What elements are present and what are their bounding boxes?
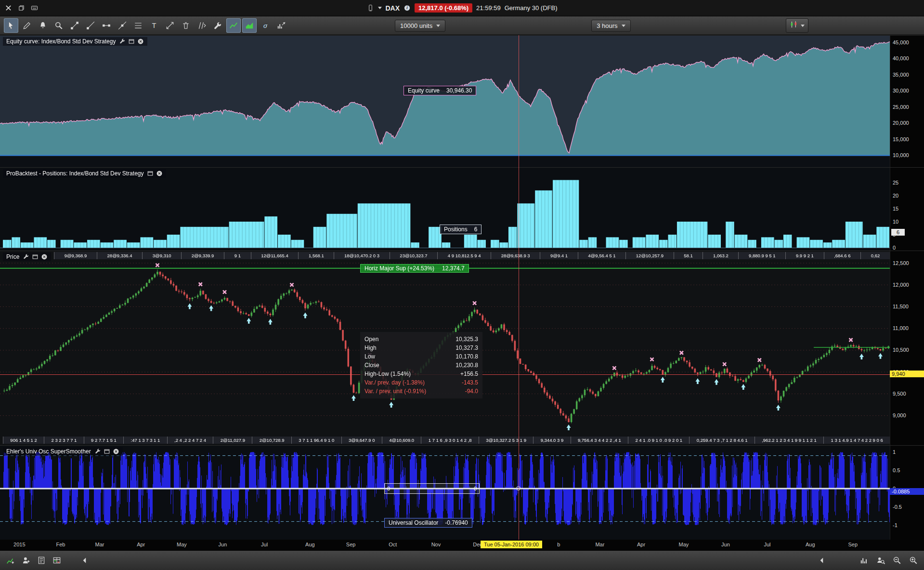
equity-price-axis[interactable]: 45,00040,00035,00030,00025,00020,00015,0… — [890, 36, 924, 167]
axis-tick: 12,500 — [893, 260, 909, 266]
restore-icon[interactable] — [18, 4, 25, 12]
tool-text-icon[interactable]: T — [147, 18, 161, 33]
equity-tooltip: Equity curve 30,946.30 — [403, 86, 476, 95]
trading-app: DAX i 12,817.0 (-0.68%) 21:59:59 Germany… — [0, 0, 924, 570]
closewin-icon[interactable] — [5, 4, 12, 12]
crosshair-marker — [516, 486, 521, 490]
phone-icon[interactable] — [366, 4, 374, 12]
axis-tick: 45,000 — [893, 40, 909, 45]
axis-tick: 1 — [893, 449, 896, 455]
zoom-out-icon[interactable] — [891, 555, 903, 566]
support-line-label: Horiz Major Sup (+24.53%) 12,374.7 — [360, 264, 469, 273]
tool-forecast-icon[interactable] — [274, 18, 288, 33]
trade-label: 12@10,257.9 — [625, 252, 674, 259]
interval-dropdown[interactable]: 3 hours — [591, 20, 630, 32]
tool-fibonacci-icon[interactable] — [131, 18, 145, 33]
oscillator-panel: 10.50-0.5-1 Ehler's Univ Osc SuperSmooth… — [0, 445, 924, 540]
time-axis-label: Oct — [389, 542, 397, 547]
axis-tick: -0.5 — [893, 504, 902, 510]
tool-measure-icon[interactable] — [163, 18, 177, 33]
tool-segment-icon[interactable] — [99, 18, 114, 33]
window-icon[interactable] — [128, 38, 135, 45]
toolbar: Tσ 10000 units 3 hours — [0, 16, 924, 35]
axis-tick: 12,000 — [893, 282, 909, 288]
axis-tick: 11,500 — [893, 304, 909, 309]
trade-label: ,962.2 1 2 3 4 1 9 9 1 1 2 1 — [755, 437, 823, 444]
candlestick-style-icon — [790, 20, 798, 31]
tool-zoom-icon[interactable] — [52, 18, 66, 33]
wrench-icon[interactable] — [94, 448, 101, 455]
user-add-icon[interactable] — [20, 555, 32, 566]
tool-pencil-icon[interactable] — [20, 18, 34, 33]
chevron-down-icon — [801, 25, 805, 27]
time-axis-label: May — [177, 542, 187, 547]
oscillator-header-icons — [94, 448, 119, 455]
axis-tick: 10,000 — [893, 152, 909, 158]
user-search-icon[interactable] — [875, 555, 886, 566]
stats-icon[interactable] — [859, 555, 870, 566]
portfolio-icon[interactable] — [51, 555, 63, 566]
symbol-dropdown-caret[interactable] — [377, 7, 381, 9]
window-controls — [0, 4, 38, 12]
tool-std-dev-icon[interactable]: σ — [258, 18, 273, 33]
chart-style-dropdown[interactable] — [786, 18, 808, 33]
trade-label: 2@11,027.9 — [213, 437, 252, 444]
close-icon[interactable] — [137, 38, 144, 45]
ohlc-row: Close10,230.8 — [364, 361, 478, 370]
time-axis-label: Mar — [95, 542, 104, 547]
positions-axis[interactable]: 2520151050 — [890, 168, 924, 251]
zoom-in-icon[interactable] — [908, 555, 919, 566]
ohlc-label: Var./ prev. day (-1.38%) — [364, 378, 425, 387]
trade-label: 0,62 — [860, 252, 890, 259]
time-axis[interactable]: Tue 05-Jan-2016 09:00 2015FebMarAprMayJu… — [0, 540, 924, 550]
close-icon[interactable] — [156, 170, 163, 177]
tool-area-chart-icon[interactable] — [242, 18, 257, 33]
tool-settings-icon[interactable] — [210, 18, 225, 33]
collapse-left-icon[interactable] — [816, 555, 828, 566]
close-icon[interactable] — [41, 253, 48, 260]
report-icon[interactable] — [36, 555, 47, 566]
trade-label: 28@9,638.9 3 — [491, 252, 540, 259]
axis-tick: 15 — [893, 206, 898, 212]
price-axis[interactable]: 12,50012,00011,50011,00010,50010,0009,50… — [890, 251, 924, 445]
trade-label: 3@10,327.2 5 3 1 9 — [479, 437, 533, 444]
tool-cursor-icon[interactable] — [4, 18, 18, 33]
tool-delete-icon[interactable] — [179, 18, 193, 33]
tool-line-chart-icon[interactable] — [226, 18, 241, 33]
time-axis-label: Feb — [56, 542, 65, 547]
info-icon[interactable]: i — [403, 4, 411, 12]
ohlc-label: Low — [364, 352, 375, 361]
trade-label: 58.1 — [674, 252, 703, 259]
window-icon[interactable] — [147, 170, 154, 177]
crosshair-vertical — [519, 35, 519, 540]
time-axis-label: Apr — [637, 542, 645, 547]
keyboard-icon[interactable] — [31, 4, 38, 12]
units-dropdown-label: 10000 units — [400, 22, 432, 29]
window-icon[interactable] — [104, 448, 110, 455]
ohlc-value: -143.5 — [462, 378, 478, 387]
time-axis-label: Jul — [261, 542, 268, 547]
trade-label: :47 1 3 7 3 1 1 — [123, 437, 167, 444]
time-axis-label: Jul — [764, 542, 770, 547]
symbol-name[interactable]: DAX — [385, 4, 400, 12]
trade-label: 9,880.9 9 5 1 — [738, 252, 785, 259]
trade-label: 3@9,647.9 0 — [341, 437, 382, 444]
chart-add-icon[interactable] — [5, 555, 16, 566]
equity-chart-canvas[interactable] — [0, 36, 890, 167]
tool-semi-line-icon[interactable] — [83, 18, 98, 33]
wrench-icon[interactable] — [119, 38, 126, 45]
units-dropdown[interactable]: 10000 units — [395, 20, 445, 32]
trade-label: ,2 4 ,2 2 4 7 2 4 — [167, 437, 213, 444]
time-axis-label: 2015 — [13, 542, 25, 547]
tool-alarm-icon[interactable] — [36, 18, 50, 33]
drawing-tools: Tσ — [4, 18, 288, 33]
close-icon[interactable] — [113, 448, 119, 455]
window-icon[interactable] — [32, 253, 39, 260]
tool-extended-line-icon[interactable] — [115, 18, 130, 33]
tool-trend-line-icon[interactable] — [67, 18, 82, 33]
collapse-left-icon[interactable] — [79, 555, 91, 566]
oscillator-zero-selection[interactable]: 0 0 — [384, 483, 480, 494]
positions-chart-canvas[interactable] — [0, 168, 890, 251]
tool-split-icon[interactable] — [195, 18, 209, 33]
wrench-icon[interactable] — [23, 253, 29, 260]
